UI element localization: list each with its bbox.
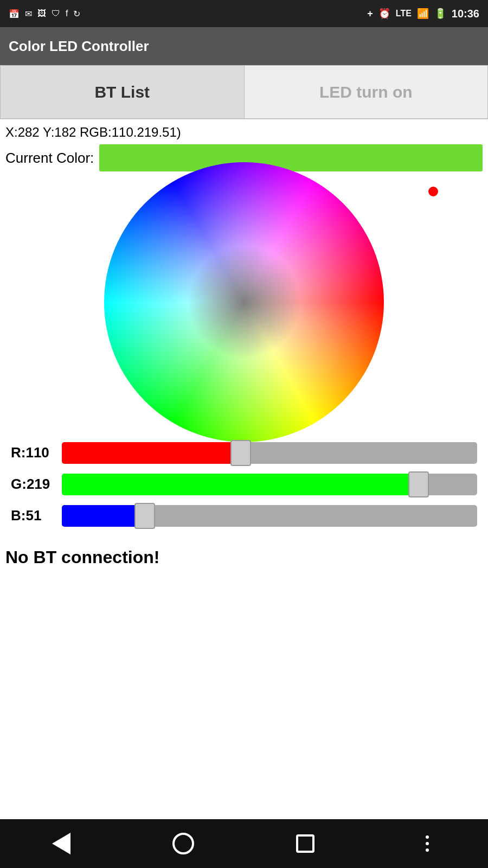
nav-home-button[interactable] (167, 827, 200, 860)
spacer (0, 573, 488, 820)
title-bar: Color LED Controller (0, 27, 488, 65)
red-slider-row: R:110 (11, 442, 477, 464)
alarm-icon: ⏰ (378, 8, 390, 20)
current-color-swatch[interactable] (99, 144, 483, 171)
nav-recent-button[interactable] (289, 827, 322, 860)
facebook-icon: f (66, 9, 68, 18)
back-icon (52, 833, 70, 854)
calendar-icon: 📅 (9, 9, 20, 19)
color-wheel-container[interactable] (0, 174, 488, 431)
green-slider-thumb[interactable] (408, 471, 429, 497)
nav-bar (0, 819, 488, 868)
nav-more-button[interactable] (411, 827, 444, 860)
signal-icon: 📶 (417, 8, 429, 20)
green-slider-fill (62, 474, 419, 495)
bluetooth-icon: + (367, 8, 373, 20)
blue-slider-row: B:51 (11, 505, 477, 527)
more-dot-1 (426, 835, 429, 839)
sync-icon: ↻ (73, 9, 80, 19)
blue-slider-track[interactable] (62, 505, 477, 527)
nav-back-button[interactable] (45, 827, 78, 860)
status-bar-left: 📅 ✉ 🖼 🛡 f ↻ (9, 9, 80, 19)
status-time: 10:36 (452, 8, 479, 20)
color-coordinates: X:282 Y:182 RGB:110.219.51) (0, 119, 488, 142)
image-icon: 🖼 (37, 9, 46, 18)
home-icon (172, 833, 194, 854)
more-dot-3 (426, 848, 429, 852)
status-bar-right: + ⏰ LTE 📶 🔋 10:36 (367, 8, 479, 20)
green-slider-row: G:219 (11, 474, 477, 495)
app-title: Color LED Controller (9, 38, 149, 55)
current-color-label: Current Color: (5, 150, 94, 167)
color-wheel[interactable] (103, 161, 385, 443)
recent-icon (296, 834, 314, 853)
mail-icon: ✉ (25, 9, 32, 19)
red-slider-thumb[interactable] (230, 440, 251, 466)
red-slider-label: R:110 (11, 444, 54, 461)
blue-slider-thumb[interactable] (134, 503, 155, 529)
buttons-row: BT List LED turn on (0, 65, 488, 119)
red-slider-track[interactable] (62, 442, 477, 464)
led-on-button[interactable]: LED turn on (244, 65, 489, 119)
red-slider-fill (62, 442, 241, 464)
green-slider-label: G:219 (11, 476, 54, 493)
more-dot-2 (426, 842, 429, 845)
shield-icon: 🛡 (52, 9, 60, 18)
blue-slider-fill (62, 505, 145, 527)
blue-slider-label: B:51 (11, 507, 54, 524)
no-bt-status: No BT connection! (0, 542, 488, 573)
lte-icon: LTE (396, 9, 412, 18)
more-icon (426, 835, 429, 852)
status-bar: 📅 ✉ 🖼 🛡 f ↻ + ⏰ LTE 📶 🔋 10:36 (0, 0, 488, 27)
color-picker-dot (427, 186, 439, 197)
bt-list-button[interactable]: BT List (0, 65, 244, 119)
battery-icon: 🔋 (434, 8, 446, 20)
sliders-section: R:110 G:219 B:51 (0, 431, 488, 542)
green-slider-track[interactable] (62, 474, 477, 495)
